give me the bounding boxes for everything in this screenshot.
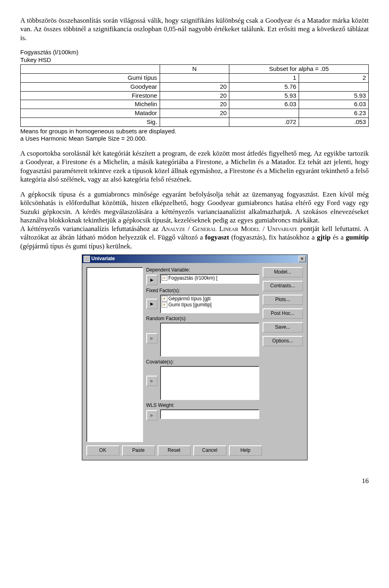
paragraph-2: A csoportokba sorolásnál két kategóriát … — [20, 149, 369, 184]
dependent-variable-box[interactable]: #Fogyasztás (l/100km) [ — [160, 274, 259, 284]
fixed-factors-box[interactable]: #Gépjármű típus [gjti #Gumi típus [gumit… — [160, 295, 259, 313]
reset-button[interactable]: Reset — [158, 445, 191, 456]
move-wls-button[interactable]: ▶ — [146, 410, 158, 421]
paragraph-3a: A gépkocsik típusa és a gumiabroncs minő… — [20, 190, 369, 225]
univariate-dialog: Univariate × Dependent Variable: ▶ #Fogy… — [82, 254, 308, 460]
save-button[interactable]: Save... — [263, 322, 303, 333]
tukey-table: NSubset for alpha = .05Gumi típus12Goody… — [20, 64, 369, 126]
p3b-pre: A kéttényezős varianciaanalízis lefuttat… — [20, 225, 161, 233]
posthoc-button[interactable]: Post Hoc... — [263, 308, 303, 319]
menu-analyze: Analyze — [161, 225, 185, 233]
menu-glm: General Linear Model — [192, 225, 260, 233]
var-gumitip: gumitip — [346, 233, 369, 241]
paragraph-3b: A kéttényezős varianciaanalízis lefuttat… — [20, 225, 369, 250]
intro-paragraph: A többszörös összehasonlítás során világ… — [20, 16, 369, 42]
label-wls: WLS Weight: — [146, 402, 259, 408]
close-icon[interactable]: × — [299, 256, 306, 262]
source-variable-list[interactable] — [86, 267, 143, 442]
label-dependent: Dependent Variable: — [146, 267, 259, 273]
move-random-button[interactable]: ▶ — [146, 333, 158, 344]
contrasts-button[interactable]: Contrasts... — [263, 281, 303, 291]
var-gjtip: gjtip — [317, 233, 331, 241]
dialog-titlebar[interactable]: Univariate × — [82, 255, 307, 263]
table-title-1: Fogyasztás (l/100km) — [20, 49, 369, 56]
move-fixed-button[interactable]: ▶ — [146, 299, 158, 309]
var-fogyaszt: fogyaszt — [205, 233, 229, 241]
table-footnote-2: a Uses Harmonic Mean Sample Size = 20.00… — [20, 135, 369, 143]
label-random: Random Factor(s): — [146, 316, 259, 322]
scale-icon: # — [162, 275, 167, 281]
plots-button[interactable]: Plots... — [263, 295, 303, 305]
help-button[interactable]: Help — [229, 445, 262, 456]
move-covariate-button[interactable]: ▶ — [146, 376, 158, 386]
app-icon — [83, 256, 90, 262]
label-covariate: Covariate(s): — [146, 359, 259, 365]
ok-button[interactable]: OK — [86, 445, 120, 456]
menu-univariate: Univariate — [267, 225, 297, 233]
page-number: 16 — [20, 477, 369, 485]
table-footnote-1: Means for groups in homogeneous subsets … — [20, 128, 369, 135]
scale-icon: # — [162, 302, 167, 308]
model-button[interactable]: Model... — [263, 267, 303, 278]
label-fixed: Fixed Factor(s): — [146, 288, 259, 294]
paste-button[interactable]: Paste — [122, 445, 155, 456]
options-button[interactable]: Options... — [263, 336, 303, 346]
cancel-button[interactable]: Cancel — [193, 445, 227, 456]
move-dependent-button[interactable]: ▶ — [146, 275, 158, 285]
dialog-title: Univariate — [92, 256, 115, 262]
covariates-box[interactable] — [160, 366, 259, 400]
wls-weight-box[interactable] — [160, 409, 259, 419]
random-factors-box[interactable] — [160, 323, 259, 357]
scale-icon: # — [162, 296, 167, 301]
table-title-2: Tukey HSD — [20, 56, 369, 64]
